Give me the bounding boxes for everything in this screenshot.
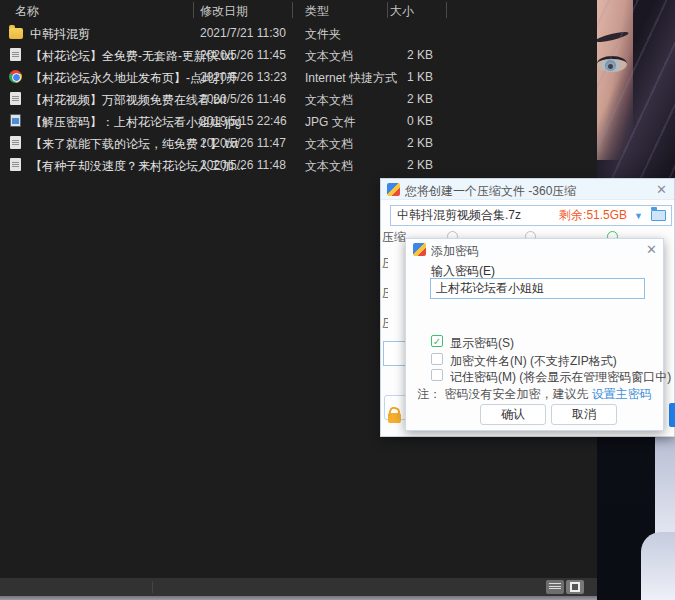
file-date: 2020/5/26 11:48: [200, 158, 286, 172]
file-date: 2020/5/26 11:46: [200, 92, 286, 106]
free-space-label: 剩余:51.5GB: [559, 207, 627, 224]
file-name: 中韩抖混剪: [30, 26, 90, 43]
password-dialog-titlebar: 添加密码 ✕: [406, 239, 663, 259]
column-header-date[interactable]: 修改日期: [200, 3, 248, 20]
file-size: 2 KB: [383, 136, 433, 150]
file-date: 2020/5/26 11:45: [200, 48, 286, 62]
file-name: 【村花视频】万部视频免费在线看.txt: [30, 92, 226, 109]
checkbox-unchecked-icon[interactable]: [431, 353, 443, 365]
checkbox-label: 显示密码(S): [450, 335, 514, 352]
text-file-icon: [10, 48, 21, 61]
compress-dialog-titlebar: 您将创建一个压缩文件 -360压缩 ✕: [381, 179, 674, 200]
thumbnail-view-icon: [570, 582, 580, 592]
column-header-type[interactable]: 类型: [305, 3, 329, 20]
compress-dialog-title: 您将创建一个压缩文件 -360压缩: [405, 183, 576, 200]
browse-folder-icon[interactable]: [651, 210, 666, 221]
chevron-down-icon[interactable]: ▼: [634, 211, 643, 221]
file-row[interactable]: 【来了就能下载的论坛，纯免费！】.txt 2020/5/26 11:47 文本文…: [0, 132, 597, 154]
clipped-label-fragment: 压: [382, 285, 388, 302]
column-separator[interactable]: [193, 2, 194, 18]
file-date: 2020/5/26 13:23: [200, 70, 287, 84]
column-separator[interactable]: [446, 2, 447, 18]
close-icon[interactable]: ✕: [646, 242, 657, 257]
file-size: 2 KB: [383, 92, 433, 106]
clipped-label-fragment: 压: [382, 255, 388, 272]
status-bar: [0, 578, 597, 596]
file-date: 2021/7/21 11:30: [200, 26, 286, 40]
text-file-icon: [10, 158, 21, 171]
360zip-logo-icon: [387, 183, 400, 196]
list-view-icon: [549, 583, 561, 591]
taskbar-edge: [0, 596, 597, 600]
folder-icon: [9, 28, 23, 39]
file-type: 文本文档: [305, 136, 353, 153]
jpg-file-icon: [10, 114, 21, 127]
column-separator[interactable]: [292, 2, 293, 18]
file-size: 2 KB: [383, 48, 433, 62]
file-row[interactable]: 中韩抖混剪 2021/7/21 11:30 文件夹: [0, 22, 597, 44]
file-type: 文本文档: [305, 158, 353, 175]
file-size: 1 KB: [383, 70, 433, 84]
cancel-button[interactable]: 取消: [551, 404, 617, 425]
details-view-button[interactable]: [546, 580, 564, 594]
checkbox-unchecked-icon[interactable]: [431, 369, 443, 381]
file-type: 文本文档: [305, 48, 353, 65]
clipped-compress-label: 压缩: [382, 229, 407, 246]
screen: 名称 修改日期 类型 大小 中韩抖混剪 2021/7/21 11:30 文件夹 …: [0, 0, 675, 600]
file-date: 2019/5/15 22:46: [200, 114, 287, 128]
column-header-size[interactable]: 大小: [390, 3, 414, 20]
file-date: 2020/5/26 11:47: [200, 136, 286, 150]
360zip-logo-icon: [413, 243, 426, 256]
confirm-button[interactable]: 确认: [480, 404, 546, 425]
column-separator[interactable]: [387, 2, 388, 18]
note-text: 注： 密码没有安全加密，建议先: [417, 387, 592, 401]
archive-name-value: 中韩抖混剪视频合集.7z: [397, 207, 559, 224]
clipped-input-fragment[interactable]: [383, 341, 407, 366]
file-type: 文本文档: [305, 92, 353, 109]
column-header-row: 名称 修改日期 类型 大小: [0, 0, 597, 20]
file-size: 0 KB: [383, 114, 433, 128]
file-row[interactable]: 【解压密码】：上村花论坛看小姐姐.jpg 2019/5/15 22:46 JPG…: [0, 110, 597, 132]
password-input[interactable]: [430, 278, 645, 299]
file-type: 文件夹: [305, 26, 341, 43]
file-row[interactable]: 【有种子却没速度？来村花论坛人工加... 2020/5/26 11:48 文本文…: [0, 154, 597, 176]
column-header-name[interactable]: 名称: [15, 3, 39, 20]
password-dialog-title: 添加密码: [431, 243, 479, 260]
wallpaper-fabric-bottom: [641, 532, 675, 600]
file-row[interactable]: 【村花论坛】全免费-无套路-更新快.txt 2020/5/26 11:45 文本…: [0, 44, 597, 66]
chrome-shortcut-icon: [9, 70, 22, 83]
password-note: 注： 密码没有安全加密，建议先 设置主密码: [406, 386, 663, 403]
archive-name-input[interactable]: 中韩抖混剪视频合集.7z 剩余:51.5GB ▼: [390, 205, 672, 226]
thumbnail-view-button[interactable]: [566, 580, 584, 594]
text-file-icon: [10, 136, 21, 149]
checkbox-label: 记住密码(M) (将会显示在管理密码窗口中): [450, 369, 671, 386]
clipped-label-fragment: 压: [382, 315, 388, 332]
text-file-icon: [10, 92, 21, 105]
compress-now-button-sliver[interactable]: [669, 403, 675, 427]
close-icon[interactable]: ✕: [656, 182, 667, 197]
lock-icon: [388, 413, 401, 423]
checkbox-label: 加密文件名(N) (不支持ZIP格式): [450, 353, 617, 370]
file-type: JPG 文件: [305, 114, 356, 131]
checkbox-checked-icon[interactable]: ✓: [431, 335, 443, 347]
status-bar-separator: [152, 581, 153, 593]
set-master-password-link[interactable]: 设置主密码: [592, 387, 652, 401]
file-row[interactable]: 【村花视频】万部视频免费在线看.txt 2020/5/26 11:46 文本文档…: [0, 88, 597, 110]
file-size: 2 KB: [383, 158, 433, 172]
file-row[interactable]: 【村花论坛永久地址发布页】-点此打开 2020/5/26 13:23 Inter…: [0, 66, 597, 88]
add-password-dialog: 添加密码 ✕ 输入密码(E) ✓ 显示密码(S) 加密文件名(N) (不支持ZI…: [405, 238, 664, 431]
